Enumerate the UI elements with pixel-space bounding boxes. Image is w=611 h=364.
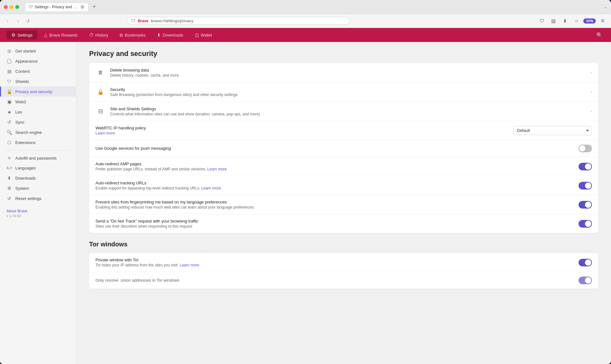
google-push-content: Use Google services for push messaging: [95, 146, 573, 151]
active-tab[interactable]: 🛡 Settings - Privacy and secu... ×: [25, 3, 88, 11]
refresh-button[interactable]: ↺: [24, 17, 32, 25]
minimize-window-button[interactable]: [10, 5, 13, 9]
sidebar-item-shields[interactable]: 🛡 Shields: [0, 76, 76, 86]
back-button[interactable]: ‹: [4, 17, 11, 25]
webrtc-dropdown-wrap: Default Default public and private inter…: [513, 126, 592, 135]
address-bar-input[interactable]: 🛡 Brave brave://settings/privacy: [127, 17, 350, 25]
onion-thumb: [585, 277, 591, 284]
amp-toggle[interactable]: [579, 163, 592, 170]
title-bar: 🛡 Settings - Privacy and secu... × + ⌄: [0, 0, 611, 14]
google-push-toggle[interactable]: [579, 145, 592, 152]
dnt-content: Send a "Do Not Track" request with your …: [95, 219, 573, 229]
sidebar-item-sync[interactable]: ↺ Sync: [0, 117, 76, 127]
security-content: Security Safe Browsing (protection from …: [110, 87, 588, 97]
delete-browsing-data-row[interactable]: 🗑 Delete browsing data Delete history, c…: [89, 63, 598, 82]
webrtc-content: WebRTC IP handling policy Learn more: [95, 126, 508, 135]
sidebar-item-appearance[interactable]: ◯ Appearance: [0, 56, 76, 66]
tor-private-toggle[interactable]: [579, 259, 592, 266]
site-shields-chevron: ›: [591, 109, 592, 113]
nav-item-settings[interactable]: ⚙ Settings: [6, 31, 38, 39]
tor-learn-more-link[interactable]: Learn more: [180, 263, 199, 267]
download-manager-button[interactable]: ⬇: [560, 17, 569, 25]
nav-history-label: History: [95, 33, 108, 38]
nav-downloads-label: Downloads: [163, 33, 183, 38]
maximize-window-button[interactable]: [15, 5, 19, 9]
sidebar-content-label: Content: [15, 69, 30, 74]
privacy-icon: 🔒: [6, 89, 12, 94]
reader-mode-button[interactable]: ▤: [549, 17, 558, 25]
site-shields-row[interactable]: ⊟ Site and Shields Settings Controls wha…: [89, 102, 598, 121]
get-started-icon: ◎: [6, 48, 12, 53]
security-chevron: ›: [591, 90, 592, 94]
nav-item-wallet[interactable]: ◫ Wallet: [190, 31, 217, 39]
sidebar-divider: [5, 150, 71, 150]
main-layout: ◎ Get started ◯ Appearance ▤ Content 🛡 S…: [0, 42, 611, 364]
sidebar-item-content[interactable]: ▤ Content: [0, 66, 76, 76]
address-bar: ‹ › ↺ 🛡 Brave brave://settings/privacy 🛡…: [0, 14, 611, 28]
sidebar-item-privacy-security[interactable]: 🔒 Privacy and security: [0, 86, 76, 97]
version-text: v 1.74.50: [6, 214, 70, 218]
brave-shield-icon: 🛡: [131, 18, 135, 23]
nav-item-downloads[interactable]: ⬇ Downloads: [152, 31, 188, 39]
dnt-row: Send a "Do Not Track" request with your …: [89, 214, 598, 233]
window-menu-icon[interactable]: ⌄: [604, 5, 607, 9]
nav-item-history[interactable]: ⏱ History: [84, 31, 113, 39]
bookmark-button[interactable]: ☆: [572, 17, 581, 25]
site-shields-icon: ⊟: [95, 106, 106, 116]
tab-close-button[interactable]: ×: [81, 5, 84, 9]
shield-settings-button[interactable]: 🛡: [537, 17, 546, 25]
tor-section: Tor windows Private window with Tor Tor …: [89, 241, 598, 289]
sidebar-item-leo[interactable]: ◈ Leo: [0, 107, 76, 117]
main-menu-button[interactable]: ≡: [598, 17, 607, 25]
webrtc-dropdown[interactable]: Default Default public and private inter…: [513, 126, 592, 135]
sidebar-item-languages[interactable]: A↗ Languages: [0, 163, 76, 173]
nav-item-brave-rewards[interactable]: △ Brave Rewards: [39, 31, 83, 39]
bookmarks-nav-icon: ⧉: [120, 32, 123, 38]
autofill-icon: ≡: [6, 155, 12, 161]
google-push-thumb: [579, 145, 586, 152]
tor-card: Private window with Tor Tor hides your I…: [89, 253, 598, 289]
fingerprinting-desc: Enabling this setting reduces how much w…: [95, 205, 573, 209]
security-row[interactable]: 🔒 Security Safe Browsing (protection fro…: [89, 82, 598, 102]
sidebar-item-downloads[interactable]: ⬇ Downloads: [0, 173, 76, 183]
fingerprinting-toggle[interactable]: [579, 201, 592, 209]
forward-button[interactable]: ›: [14, 17, 22, 25]
onion-toggle[interactable]: [579, 277, 592, 284]
sidebar-item-search-engine[interactable]: 🔍 Search engine: [0, 127, 76, 137]
google-push-title: Use Google services for push messaging: [95, 146, 573, 151]
tor-private-content: Private window with Tor Tor hides your I…: [95, 258, 573, 267]
sidebar-item-autofill[interactable]: ≡ Autofill and passwords: [0, 153, 76, 163]
wallet-nav-icon: ◫: [195, 32, 199, 38]
new-tab-button[interactable]: +: [90, 3, 99, 11]
nav-item-bookmarks[interactable]: ⧉ Bookmarks: [115, 31, 151, 40]
sidebar-search-label: Search engine: [15, 130, 42, 135]
sidebar-item-reset[interactable]: ↺ Reset settings: [0, 193, 76, 203]
amp-desc: Prefer publisher page URLs, instead of A…: [95, 167, 573, 171]
top-nav-search-button[interactable]: 🔍: [594, 30, 605, 40]
nav-settings-label: Settings: [18, 33, 32, 38]
sidebar-downloads-label: Downloads: [15, 176, 36, 181]
amp-thumb: [585, 163, 591, 170]
content-icon: ▤: [6, 69, 12, 74]
vpn-badge[interactable]: VPN: [583, 18, 596, 24]
sidebar-item-web3[interactable]: ▣ Web3: [0, 97, 76, 107]
close-window-button[interactable]: [4, 5, 8, 9]
tracking-title: Auto-redirect tracking URLs: [95, 181, 573, 185]
webrtc-learn-more-link[interactable]: Learn more: [95, 131, 508, 135]
tracking-toggle[interactable]: [579, 182, 592, 189]
address-url: brave://settings/privacy: [151, 18, 193, 23]
sidebar-item-extensions[interactable]: ⬡ Extensions: [0, 137, 76, 148]
appearance-icon: ◯: [6, 58, 12, 64]
about-brave-link[interactable]: About Brave: [6, 209, 27, 213]
sidebar-item-system[interactable]: ⚙ System: [0, 183, 76, 193]
content-area: Privacy and security 🗑 Delete browsing d…: [76, 42, 611, 364]
history-nav-icon: ⏱: [89, 32, 94, 38]
sidebar-item-get-started[interactable]: ◎ Get started: [0, 46, 76, 56]
shields-icon: 🛡: [6, 79, 12, 84]
dnt-toggle[interactable]: [579, 220, 592, 228]
tab-bar: 🛡 Settings - Privacy and secu... × +: [25, 3, 601, 11]
google-push-row: Use Google services for push messaging: [89, 140, 598, 157]
tab-favicon: 🛡: [29, 5, 33, 9]
tracking-learn-more-link[interactable]: Learn more: [201, 186, 221, 190]
amp-learn-more-link[interactable]: Learn more: [207, 167, 227, 171]
